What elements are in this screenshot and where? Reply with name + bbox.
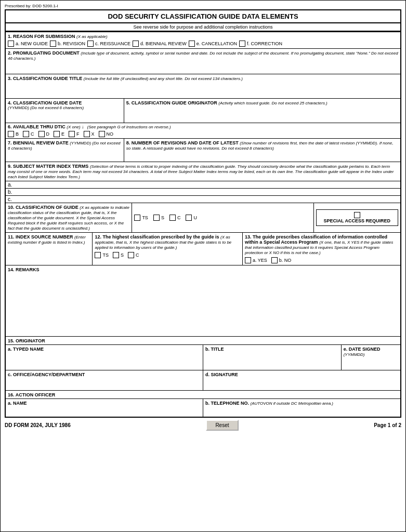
option-C-class: C xyxy=(169,215,181,221)
section16-telephone: b. TELEPHONE NO. xyxy=(205,401,249,406)
checkbox-13-YES[interactable] xyxy=(245,257,251,263)
section7-input-area[interactable] xyxy=(8,151,122,160)
checkbox-E[interactable] xyxy=(54,131,60,137)
section16-name-input[interactable] xyxy=(8,406,201,415)
checkbox-NO[interactable] xyxy=(99,131,105,137)
checkbox-C[interactable] xyxy=(23,131,29,137)
option-E: E xyxy=(54,131,64,137)
reset-button[interactable]: Reset xyxy=(206,420,238,431)
section6-row: 6. AVAILABLE THRU DTIC (X one) (See para… xyxy=(5,123,401,139)
checkbox-12-TS[interactable] xyxy=(95,252,101,258)
section14-remarks-area[interactable] xyxy=(8,272,398,335)
section11-12-13-inner: 11. INDEX SOURCE NUMBER (Enter existing … xyxy=(6,233,400,265)
checkbox-13-NO[interactable] xyxy=(271,257,278,263)
option-reissuance: c. REISSUANCE xyxy=(87,41,130,47)
section4-input-area[interactable] xyxy=(8,110,122,119)
option-D: D xyxy=(38,131,50,137)
checkbox-TS[interactable] xyxy=(134,215,140,221)
form-number: DD FORM 2024, JULY 1986 xyxy=(5,422,71,428)
section2-label: 2. PROMULGATING DOCUMENT (Include type o… xyxy=(8,50,398,61)
section1-label: 1. REASON FOR SUBMISSION (X as applicabl… xyxy=(8,34,398,39)
special-access-label: SPECIAL ACCESS REQUIRED xyxy=(318,218,397,223)
section9-row: 9. SUBJECT MATTER INDEX TERMS (Selection… xyxy=(5,162,401,181)
checkbox-correction[interactable] xyxy=(239,41,245,47)
section15-date-input[interactable] xyxy=(344,357,398,368)
section1-row: 1. REASON FOR SUBMISSION (X as applicabl… xyxy=(5,32,401,49)
form-subtitle: See reverse side for purpose and additio… xyxy=(5,23,401,31)
section1-options: a. NEW GUIDE b. REVISION c. REISSUANCE d… xyxy=(8,41,398,47)
checkbox-12-S[interactable] xyxy=(113,252,119,258)
checkbox-U[interactable] xyxy=(186,215,192,221)
checkbox-C-class[interactable] xyxy=(169,215,176,221)
checkbox-12-C[interactable] xyxy=(128,252,134,258)
section15-title: b. TITLE xyxy=(205,347,224,352)
section7-label: 7. BIENNIAL REVIEW DATE (YYMMDD) (Do not… xyxy=(8,140,122,151)
checkbox-cancellation[interactable] xyxy=(189,41,195,47)
section14-row: 14. REMARKS xyxy=(5,265,401,337)
option-12-C: C xyxy=(128,252,139,258)
section15-typed-name-input[interactable] xyxy=(8,352,201,363)
checkbox-revision[interactable] xyxy=(50,41,56,47)
checkbox-new-guide[interactable] xyxy=(8,41,14,47)
option-12-TS: TS xyxy=(95,252,109,258)
section6-label: 6. AVAILABLE THRU DTIC (X one) xyxy=(8,124,84,129)
section9-line-c: c. xyxy=(5,196,401,203)
section15-label: 15. ORIGINATOR xyxy=(8,338,45,343)
option-U: U xyxy=(186,215,197,221)
section16-row: a. NAME b. TELEPHONE NO. (AUTOVON if out… xyxy=(5,399,401,418)
section14-label: 14. REMARKS xyxy=(8,267,398,272)
section15-names-row: a. TYPED NAME b. TITLE e. DATE SIGNED (Y… xyxy=(6,345,400,370)
section15-signature-input[interactable] xyxy=(205,377,398,389)
section15-row2: c. OFFICE/AGENCY/DEPARTMENT d. SIGNATURE xyxy=(5,370,401,391)
section16-header-row: 16. ACTION OFFICER xyxy=(5,391,401,399)
option-biennial-review: d. BIENNIAL REVIEW xyxy=(133,41,187,47)
section10-row: 10. CLASSIFICATION OF GUIDE (X as applic… xyxy=(5,203,401,233)
page-number: Page 1 of 2 xyxy=(374,422,401,428)
form-page: Prescribed by: DOD 5200.1-I DOD SECURITY… xyxy=(0,0,406,532)
section13-options: a. YES b. NO xyxy=(245,257,398,263)
section10-label: 10. CLASSIFICATION OF GUIDE xyxy=(8,205,78,210)
section4-5-row: 4. CLASSIFICATION GUIDE DATE (YYMMDD) (D… xyxy=(5,99,401,123)
section15-office-input[interactable] xyxy=(8,377,201,389)
prescribed-by: Prescribed by: DOD 5200.1-I xyxy=(5,4,401,8)
section5-label: 5. CLASSIFICATION GUIDE ORIGINATOR (Acti… xyxy=(126,100,398,105)
checkbox-B[interactable] xyxy=(8,131,14,137)
section11-12-13-header: 11. INDEX SOURCE NUMBER (Enter existing … xyxy=(6,233,400,265)
section15-typed-name: a. TYPED NAME xyxy=(8,347,44,352)
section11-12-13-row: 11. INDEX SOURCE NUMBER (Enter existing … xyxy=(5,233,401,265)
section15-title-input[interactable] xyxy=(205,352,339,363)
option-S: S xyxy=(153,215,164,221)
section8-input-area[interactable] xyxy=(126,151,398,160)
option-C: C xyxy=(23,131,34,137)
option-correction: f. CORRECTION xyxy=(239,41,282,47)
checkbox-D[interactable] xyxy=(38,131,45,137)
section2-row: 2. PROMULGATING DOCUMENT (Include type o… xyxy=(5,49,401,74)
section9-line-a: a. xyxy=(5,181,401,189)
section16-telephone-input[interactable] xyxy=(205,406,398,415)
section10-options: TS S C xyxy=(134,215,311,221)
section11-label: 11. INDEX SOURCE NUMBER xyxy=(8,234,73,240)
section4-note: (YYMMDD) (Do not exceed 6 characters) xyxy=(8,105,122,110)
special-access-block: SPECIAL ACCESS REQUIRED xyxy=(316,209,399,226)
section16-inner: a. NAME b. TELEPHONE NO. (AUTOVON if out… xyxy=(6,399,400,417)
section6-options: B C D E F xyxy=(8,131,398,137)
checkbox-special-access[interactable] xyxy=(354,212,360,218)
checkbox-S[interactable] xyxy=(153,215,160,221)
checkbox-F[interactable] xyxy=(69,131,75,137)
option-new-guide: a. NEW GUIDE xyxy=(8,41,48,47)
section3-row: 3. CLASSIFICATION GUIDE TITLE (Include t… xyxy=(5,74,401,99)
section2-input-area[interactable] xyxy=(8,61,398,72)
section5-input-area[interactable] xyxy=(126,105,398,121)
section15-date-signed: e. DATE SIGNED xyxy=(344,347,381,352)
section16-telephone-note: (AUTOVON if outside DC Metropolitan area… xyxy=(251,401,333,406)
checkbox-X[interactable] xyxy=(84,131,90,137)
section16-fields-row: a. NAME b. TELEPHONE NO. (AUTOVON if out… xyxy=(6,399,400,417)
section15-office: c. OFFICE/AGENCY/DEPARTMENT xyxy=(8,372,85,377)
checkbox-reissuance[interactable] xyxy=(87,41,94,47)
section12-label: 12. The highest classification prescribe… xyxy=(95,234,219,240)
section3-input-area[interactable] xyxy=(8,81,398,97)
checkbox-biennial-review[interactable] xyxy=(133,41,139,47)
option-B: B xyxy=(8,131,19,137)
section4-label: 4. CLASSIFICATION GUIDE DATE xyxy=(8,100,122,105)
section9-a-label: a. xyxy=(8,182,12,188)
